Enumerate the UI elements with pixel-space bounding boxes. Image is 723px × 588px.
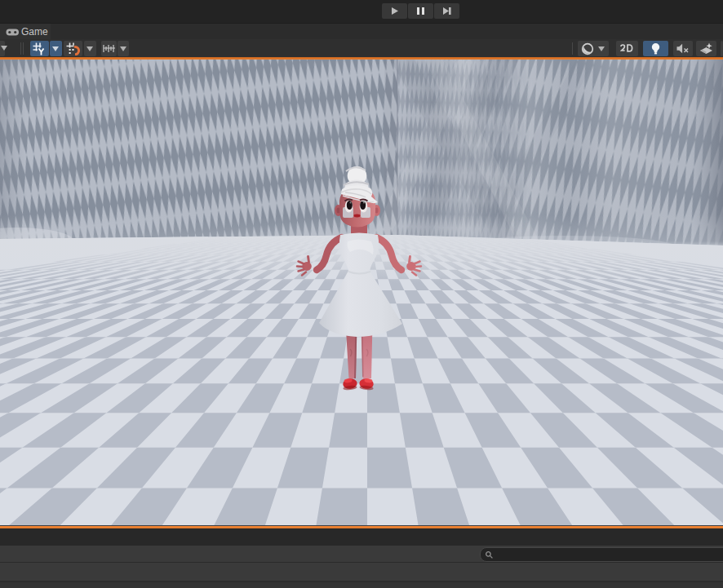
svg-text:Game: Game bbox=[21, 26, 48, 38]
